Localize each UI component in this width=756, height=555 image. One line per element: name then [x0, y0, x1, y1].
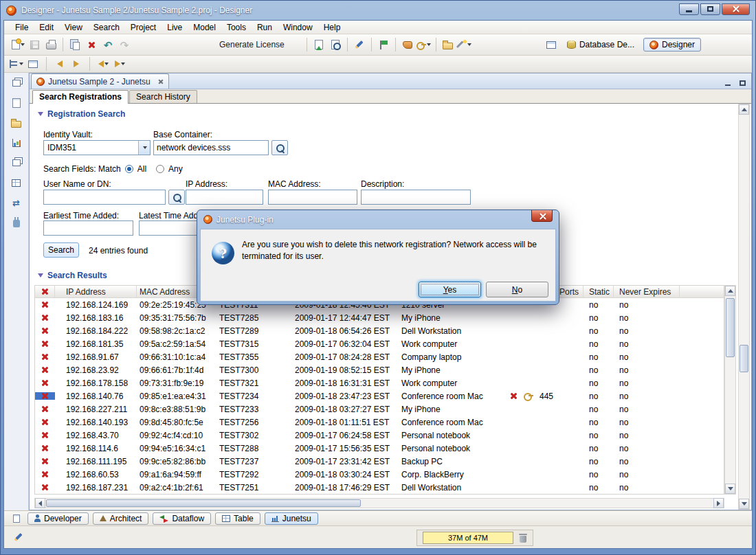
scrollbar-thumb[interactable]: [46, 499, 361, 507]
bottom-tab-dataflow[interactable]: Dataflow: [153, 512, 211, 525]
back-button[interactable]: [96, 57, 110, 71]
menu-help[interactable]: Help: [318, 21, 346, 34]
dropdown-button[interactable]: [138, 141, 150, 155]
keys-button[interactable]: [416, 36, 432, 53]
collapse-triangle-icon[interactable]: [38, 112, 43, 116]
result-row[interactable]: 192.168.111.19509:9c:e5:82:86:bbTEST7237…: [35, 455, 724, 468]
radio-all[interactable]: [125, 165, 133, 173]
scroll-up-button[interactable]: [739, 104, 749, 115]
identity-vault-select[interactable]: IDM351: [43, 140, 151, 155]
delete-row-icon[interactable]: [41, 484, 49, 491]
view-menu-button[interactable]: [10, 57, 23, 71]
header-never-expires[interactable]: Never Expires: [614, 286, 680, 297]
delete-row-icon[interactable]: [41, 418, 49, 426]
result-row[interactable]: 192.168.184.22209:58:98:2c:1a:c2TEST7289…: [35, 324, 724, 337]
project-view-button[interactable]: [10, 97, 23, 109]
row-delete-cell[interactable]: [35, 327, 55, 335]
earliest-time-input[interactable]: [43, 220, 133, 236]
row-delete-cell[interactable]: [35, 405, 55, 413]
scrollbar-thumb[interactable]: [726, 298, 735, 357]
user-name-input[interactable]: [43, 190, 166, 205]
menu-run[interactable]: Run: [252, 21, 278, 34]
result-row[interactable]: 192.168.91.6709:66:31:10:1c:a4TEST735520…: [35, 350, 724, 363]
result-row[interactable]: 192.168.60.5309:a1:6a:94:59:ffTEST729220…: [35, 468, 724, 481]
delete-row-icon[interactable]: [41, 431, 49, 439]
flag-button[interactable]: [375, 36, 392, 53]
terminate-access-icon[interactable]: [510, 392, 518, 400]
delete-row-icon[interactable]: [41, 301, 49, 308]
delete-row-icon[interactable]: [41, 340, 49, 348]
menu-project[interactable]: Project: [125, 21, 162, 34]
copy-button[interactable]: [67, 36, 83, 53]
base-container-input[interactable]: [153, 140, 269, 155]
row-delete-cell[interactable]: [35, 314, 55, 321]
radio-any[interactable]: [156, 165, 164, 173]
open-perspective-button[interactable]: [544, 38, 558, 52]
forward-button[interactable]: [113, 57, 126, 71]
browse-user-button[interactable]: [168, 190, 185, 205]
editor-tab[interactable]: Junetsu Sample 2 - Junetsu: [31, 73, 169, 89]
table-horizontal-scrollbar[interactable]: [34, 498, 724, 508]
signature-button[interactable]: [351, 36, 368, 53]
scroll-down-button[interactable]: [725, 484, 735, 494]
close-tab-icon[interactable]: [158, 79, 164, 84]
new-wizard-button[interactable]: [10, 36, 26, 53]
ip-address-input[interactable]: [186, 190, 263, 205]
dialog-title-bar[interactable]: Junetsu Plug-in: [197, 210, 559, 229]
plugin-view-button[interactable]: [10, 216, 23, 229]
close-button[interactable]: [722, 3, 750, 15]
print-button[interactable]: [43, 36, 59, 53]
delete-row-icon[interactable]: [41, 366, 49, 374]
row-delete-cell[interactable]: [35, 301, 55, 308]
delete-row-icon[interactable]: [41, 392, 49, 400]
no-button[interactable]: No: [486, 282, 548, 297]
row-delete-cell[interactable]: [35, 457, 55, 465]
redo-button[interactable]: ↷: [116, 36, 133, 53]
outline-view-button[interactable]: [10, 137, 23, 149]
delete-button[interactable]: [83, 36, 100, 53]
yes-button[interactable]: Yes: [419, 282, 481, 297]
header-static[interactable]: Static: [583, 286, 614, 297]
table-view-button[interactable]: [10, 177, 23, 189]
previous-annotation-button[interactable]: [53, 57, 67, 71]
result-row[interactable]: 192.168.23.9209:66:61:7b:1f:4dTEST730020…: [35, 363, 724, 376]
row-delete-cell[interactable]: [35, 418, 55, 426]
bottom-tab-developer[interactable]: Developer: [27, 512, 89, 525]
bottom-tab-table[interactable]: Table: [215, 512, 260, 525]
delete-row-icon[interactable]: [41, 405, 49, 413]
menu-edit[interactable]: Edit: [34, 21, 59, 34]
next-annotation-button[interactable]: [69, 57, 83, 71]
header-ip-address[interactable]: IP Address: [55, 286, 137, 297]
minimize-view-button[interactable]: [721, 77, 734, 89]
result-row[interactable]: 192.168.43.7009:92:4c:f4:cd:10TEST730220…: [35, 429, 724, 442]
open-folder-button[interactable]: [440, 36, 456, 53]
heap-status[interactable]: 37M of 47M: [423, 532, 513, 544]
menu-live[interactable]: Live: [162, 21, 188, 34]
restore-views-button[interactable]: [10, 77, 23, 89]
menu-tools[interactable]: Tools: [221, 21, 252, 34]
delete-row-icon[interactable]: [41, 379, 49, 387]
mac-address-input[interactable]: [268, 190, 357, 205]
generate-license-button[interactable]: Generate License: [214, 38, 290, 52]
delete-row-icon[interactable]: [41, 471, 49, 478]
link-editor-button[interactable]: [26, 57, 40, 71]
form-vertical-scrollbar[interactable]: [738, 104, 750, 510]
result-row[interactable]: 192.168.183.1609:35:31:75:56:7bTEST72852…: [35, 311, 724, 324]
search-button[interactable]: Search: [43, 242, 79, 258]
result-row[interactable]: 192.168.140.7609:85:e1:ea:e4:31TEST72342…: [35, 389, 724, 403]
search-results-section[interactable]: Search Results: [38, 271, 107, 280]
delete-row-icon[interactable]: [41, 353, 49, 361]
delete-row-icon[interactable]: [41, 314, 49, 321]
maximize-button[interactable]: [700, 3, 720, 15]
row-delete-cell[interactable]: [35, 353, 55, 361]
result-row[interactable]: 192.168.227.21109:8c:e3:88:51:9bTEST7233…: [35, 403, 724, 416]
database-perspective-button[interactable]: Database De...: [561, 38, 641, 52]
properties-view-button[interactable]: [10, 157, 23, 169]
maximize-view-button[interactable]: [736, 77, 749, 89]
menu-file[interactable]: File: [10, 21, 34, 34]
fast-view-button[interactable]: [10, 512, 23, 525]
table-vertical-scrollbar[interactable]: [724, 285, 736, 495]
header-delete-column[interactable]: [35, 286, 55, 297]
bottom-tab-architect[interactable]: Architect: [93, 512, 149, 525]
designer-perspective-button[interactable]: Designer: [643, 38, 701, 52]
